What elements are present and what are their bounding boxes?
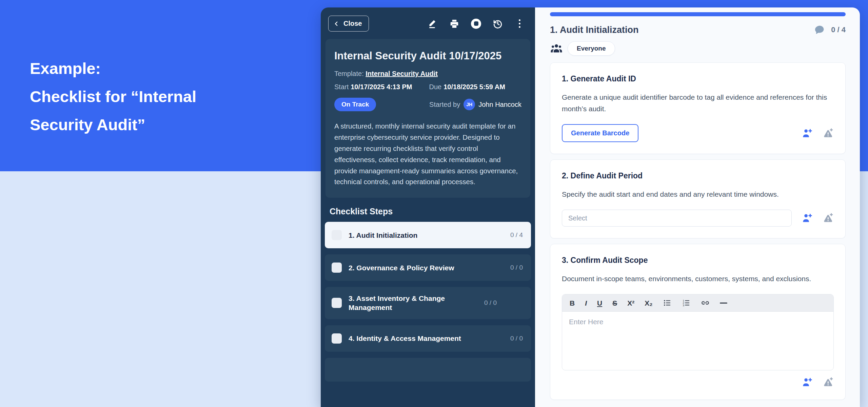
- started-by: Started by JH John Hancock: [429, 99, 521, 110]
- due-date: Due10/18/2025 5:59 AM: [429, 83, 505, 91]
- task-title: 2. Define Audit Period: [562, 171, 834, 180]
- group-icon: [550, 42, 563, 55]
- section-header: 1. Audit Initialization 0 / 4: [550, 24, 846, 35]
- superscript-button[interactable]: X²: [627, 299, 634, 307]
- task-action-icons: [801, 212, 834, 224]
- checklist-app-window: Close Interna: [321, 7, 860, 407]
- run-title: Internal Security Audit 10/17/2025: [334, 49, 511, 63]
- step-row-audit-initialization[interactable]: 1. Audit Initialization 0 / 4: [325, 222, 531, 248]
- more-options-icon[interactable]: [514, 18, 525, 29]
- task-footer: [562, 376, 834, 388]
- step-checkbox[interactable]: [332, 263, 342, 273]
- italic-button[interactable]: I: [585, 299, 587, 307]
- status-badge: On Track: [334, 98, 376, 111]
- task-description: Specify the audit start and end dates an…: [562, 189, 834, 200]
- task-description: Generate a unique audit identifier barco…: [562, 92, 834, 115]
- add-exception-icon[interactable]: [822, 212, 834, 224]
- horizontal-rule-icon[interactable]: [720, 303, 727, 304]
- step-checkbox[interactable]: [332, 230, 342, 240]
- bullet-list-icon[interactable]: [663, 298, 672, 307]
- task-card-generate-audit-id: 1. Generate Audit ID Generate a unique a…: [550, 62, 846, 154]
- link-icon[interactable]: [701, 298, 710, 307]
- stop-record-shape: [471, 19, 481, 29]
- close-button-label: Close: [343, 20, 362, 27]
- svg-text:3: 3: [683, 304, 684, 307]
- step-row-partial[interactable]: [325, 358, 531, 382]
- assign-person-icon[interactable]: [801, 128, 813, 139]
- underline-button[interactable]: U: [597, 299, 602, 307]
- drawer-actions: [427, 18, 525, 29]
- audit-period-select[interactable]: Select: [562, 210, 792, 227]
- step-count: 0 / 0: [510, 264, 523, 271]
- task-footer: Select: [562, 210, 834, 227]
- task-action-icons: [801, 128, 834, 139]
- task-title: 3. Confirm Audit Scope: [562, 256, 834, 265]
- section-title: 1. Audit Initialization: [550, 25, 639, 35]
- task-card-confirm-audit-scope: 3. Confirm Audit Scope Document in-scope…: [550, 244, 846, 400]
- headline-line-2: Checklist for “Internal: [30, 82, 196, 111]
- started-by-name: John Hancock: [478, 101, 521, 109]
- add-exception-icon[interactable]: [822, 376, 834, 388]
- add-exception-icon[interactable]: [822, 128, 834, 139]
- assignee-badge[interactable]: Everyone: [568, 41, 615, 56]
- section-progress-count: 0 / 4: [831, 25, 846, 34]
- comments-icon[interactable]: [814, 24, 825, 35]
- template-row: Template: Internal Security Audit: [334, 70, 521, 78]
- started-by-label: Started by: [429, 101, 460, 109]
- drawer-toolbar: Close: [321, 7, 535, 37]
- dates-row: Start10/17/2025 4:13 PM Due10/18/2025 5:…: [334, 83, 521, 91]
- chevron-left-icon: [333, 21, 339, 27]
- task-footer: Generate Barcode: [562, 124, 834, 142]
- task-title: 1. Generate Audit ID: [562, 74, 834, 83]
- template-label: Template:: [334, 70, 364, 77]
- status-row: On Track Started by JH John Hancock: [334, 98, 521, 111]
- step-row-identity-access-management[interactable]: 4. Identity & Access Management 0 / 0: [325, 325, 531, 352]
- banner-headline: Example: Checklist for “Internal Securit…: [30, 54, 196, 139]
- stop-record-icon[interactable]: [471, 18, 481, 29]
- checklist-drawer: Close Interna: [321, 7, 535, 407]
- avatar: JH: [463, 99, 475, 110]
- history-icon[interactable]: [492, 18, 503, 29]
- assign-person-icon[interactable]: [801, 376, 813, 388]
- headline-line-3: Security Audit”: [30, 111, 196, 139]
- editor-input[interactable]: Enter Here: [562, 312, 833, 370]
- steps-list: 1. Audit Initialization 0 / 4 2. Governa…: [321, 222, 535, 407]
- numbered-list-icon[interactable]: 123: [682, 298, 691, 307]
- rich-text-editor: B I U S X² X₂ 123: [562, 294, 834, 370]
- step-row-asset-inventory-change-management[interactable]: 3. Asset Inventory & Change Management 0…: [325, 287, 531, 319]
- strikethrough-button[interactable]: S: [612, 299, 617, 307]
- close-button[interactable]: Close: [328, 16, 369, 32]
- task-card-define-audit-period: 2. Define Audit Period Specify the audit…: [550, 159, 846, 238]
- template-link[interactable]: Internal Security Audit: [366, 70, 438, 77]
- edit-icon[interactable]: [427, 18, 438, 29]
- bold-button[interactable]: B: [570, 299, 575, 307]
- assignee-row: Everyone: [550, 41, 846, 56]
- step-count: 0 / 0: [510, 335, 523, 342]
- editor-toolbar: B I U S X² X₂ 123: [562, 294, 833, 312]
- headline-line-1: Example:: [30, 54, 196, 82]
- task-description: Document in-scope teams, environments, c…: [562, 273, 834, 285]
- step-count: 0 / 0: [484, 299, 497, 307]
- run-description: A structured, monthly internal security …: [334, 121, 521, 188]
- print-icon[interactable]: [449, 18, 460, 29]
- run-info-card: Internal Security Audit 10/17/2025 Templ…: [326, 39, 530, 198]
- accent-bar: [550, 12, 846, 16]
- step-row-governance-policy-review[interactable]: 2. Governance & Policy Review 0 / 0: [325, 254, 531, 281]
- step-checkbox[interactable]: [332, 333, 342, 344]
- step-checkbox[interactable]: [332, 298, 342, 308]
- steps-heading: Checklist Steps: [330, 207, 526, 216]
- section-header-right: 0 / 4: [814, 24, 846, 35]
- step-detail-panel: 1. Audit Initialization 0 / 4 Everyone 1…: [535, 7, 860, 407]
- assign-person-icon[interactable]: [801, 212, 813, 224]
- step-count: 0 / 4: [510, 231, 523, 239]
- subscript-button[interactable]: X₂: [645, 299, 652, 307]
- task-action-icons: [801, 376, 834, 388]
- generate-barcode-button[interactable]: Generate Barcode: [562, 124, 638, 142]
- start-date: Start10/17/2025 4:13 PM: [334, 83, 412, 91]
